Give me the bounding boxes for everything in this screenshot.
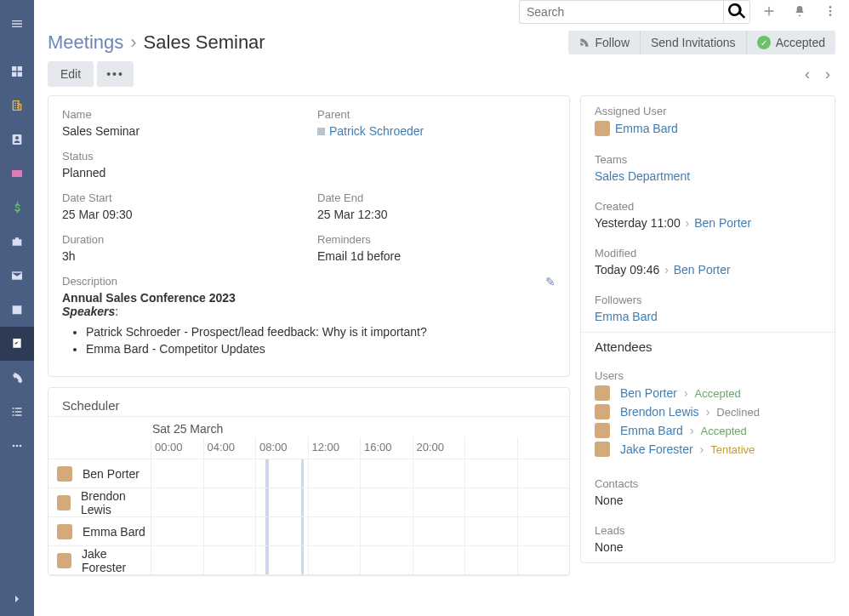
- dashboard-icon[interactable]: [0, 54, 34, 88]
- avatar: [57, 553, 71, 568]
- attendee-link[interactable]: Ben Porter: [620, 386, 677, 400]
- modified-text: Today 09:46: [595, 263, 659, 277]
- modified-label: Modified: [595, 247, 821, 260]
- avatar: [595, 442, 610, 457]
- accepted-button[interactable]: ✓ Accepted: [746, 31, 835, 54]
- attendee-status: Tentative: [710, 443, 755, 456]
- team-link[interactable]: Sales Department: [595, 169, 690, 183]
- attendees-title: Attendees: [581, 332, 835, 361]
- parent-label: Parent: [317, 108, 556, 121]
- leads-label: Leads: [595, 524, 821, 537]
- time-col: 04:00: [203, 437, 256, 459]
- attendee-row: Jake Forester›Tentative: [595, 442, 821, 457]
- attendee-status: Declined: [716, 406, 760, 419]
- users-label: Users: [595, 369, 821, 382]
- notifications-icon[interactable]: [788, 4, 812, 20]
- accounts-icon[interactable]: [0, 88, 34, 123]
- attendee-status: Accepted: [701, 425, 747, 437]
- time-col: 12:00: [308, 437, 361, 459]
- next-record-button[interactable]: ›: [820, 62, 835, 87]
- svg-point-5: [829, 14, 832, 16]
- attendee-link[interactable]: Jake Forester: [620, 442, 693, 456]
- check-icon: ✓: [757, 36, 771, 49]
- calls-icon[interactable]: [0, 361, 34, 395]
- svg-point-0: [13, 445, 15, 448]
- time-col: 16:00: [360, 437, 413, 459]
- scheduler-row: Brendon Lewis: [48, 488, 569, 517]
- duration-value: 3h: [62, 249, 300, 263]
- contacts-icon[interactable]: [0, 123, 34, 157]
- avatar: [57, 495, 71, 510]
- page-title: Sales Seminar: [144, 31, 265, 54]
- time-col: 08:00: [255, 437, 308, 459]
- avatar: [57, 466, 72, 482]
- more-apps-icon[interactable]: [0, 429, 34, 463]
- reminders-label: Reminders: [317, 233, 556, 246]
- avatar: [595, 121, 610, 136]
- date-end-label: Date End: [317, 191, 556, 204]
- time-col: 20:00: [413, 437, 465, 459]
- leads-value: None: [595, 540, 821, 554]
- status-label: Status: [62, 150, 300, 163]
- follow-button[interactable]: Follow: [568, 31, 640, 54]
- avatar: [595, 404, 610, 419]
- name-label: Name: [62, 108, 300, 121]
- contacts-value: None: [595, 493, 821, 507]
- edit-button[interactable]: Edit: [48, 61, 94, 87]
- scheduler-row: Jake Forester: [48, 546, 569, 575]
- teams-label: Teams: [595, 153, 821, 166]
- date-start-label: Date Start: [62, 191, 300, 204]
- cases-icon[interactable]: [0, 225, 34, 259]
- scheduler-row: Emma Bard: [48, 517, 569, 546]
- breadcrumb-sep: ›: [130, 31, 136, 54]
- email-icon[interactable]: [0, 259, 34, 293]
- attendee-row: Ben Porter›Accepted: [595, 385, 821, 401]
- follower-link[interactable]: Emma Bard: [595, 310, 658, 323]
- overflow-icon[interactable]: [818, 4, 842, 20]
- created-text: Yesterday 11:00: [595, 216, 681, 230]
- calendar-icon[interactable]: [0, 293, 34, 327]
- avatar: [57, 524, 72, 539]
- breadcrumb-parent[interactable]: Meetings: [48, 31, 123, 54]
- send-invitations-button[interactable]: Send Invitations: [640, 31, 746, 54]
- scheduler-card: Scheduler Sat 25 March 00:00 04:00 08:00…: [48, 387, 570, 576]
- tasks-icon[interactable]: [0, 395, 34, 429]
- modified-by-link[interactable]: Ben Porter: [674, 263, 731, 277]
- card-icon[interactable]: [0, 157, 34, 191]
- created-by-link[interactable]: Ben Porter: [694, 216, 751, 230]
- list-item: Patrick Schroeder - Prospect/lead feedba…: [86, 325, 556, 339]
- sidebar: [0, 0, 34, 616]
- assigned-user-label: Assigned User: [595, 105, 821, 117]
- search-button[interactable]: [723, 0, 750, 24]
- svg-point-2: [20, 445, 22, 448]
- attendee-row: Emma Bard›Accepted: [595, 423, 821, 438]
- expand-icon[interactable]: [0, 582, 34, 616]
- status-value: Planned: [62, 166, 300, 180]
- contacts-label: Contacts: [595, 477, 821, 490]
- prev-record-button[interactable]: ‹: [800, 62, 815, 87]
- parent-value[interactable]: Patrick Schroeder: [317, 124, 556, 138]
- menu-icon[interactable]: [0, 7, 34, 41]
- scheduler-row: Ben Porter: [48, 459, 569, 488]
- followers-label: Followers: [595, 294, 821, 306]
- attendee-link[interactable]: Emma Bard: [620, 424, 683, 437]
- edit-description-icon[interactable]: ✎: [545, 275, 556, 288]
- attendee-status: Accepted: [695, 387, 741, 400]
- create-icon[interactable]: [757, 4, 781, 20]
- created-label: Created: [595, 200, 821, 213]
- opportunities-icon[interactable]: [0, 191, 34, 225]
- avatar: [595, 423, 610, 438]
- scheduler-day: Sat 25 March: [151, 417, 569, 437]
- meetings-icon[interactable]: [0, 327, 34, 361]
- speakers-heading: Speakers: [62, 305, 115, 318]
- duration-label: Duration: [62, 233, 300, 246]
- avatar: [595, 385, 610, 401]
- date-start-value: 25 Mar 09:30: [62, 208, 300, 221]
- assigned-user-link[interactable]: Emma Bard: [615, 122, 678, 135]
- search-input[interactable]: [519, 0, 723, 24]
- speakers-list: Patrick Schroeder - Prospect/lead feedba…: [62, 325, 556, 356]
- more-button[interactable]: •••: [97, 61, 134, 87]
- svg-point-3: [829, 6, 832, 9]
- list-item: Emma Bard - Competitor Updates: [86, 342, 556, 356]
- attendee-link[interactable]: Brendon Lewis: [620, 405, 699, 419]
